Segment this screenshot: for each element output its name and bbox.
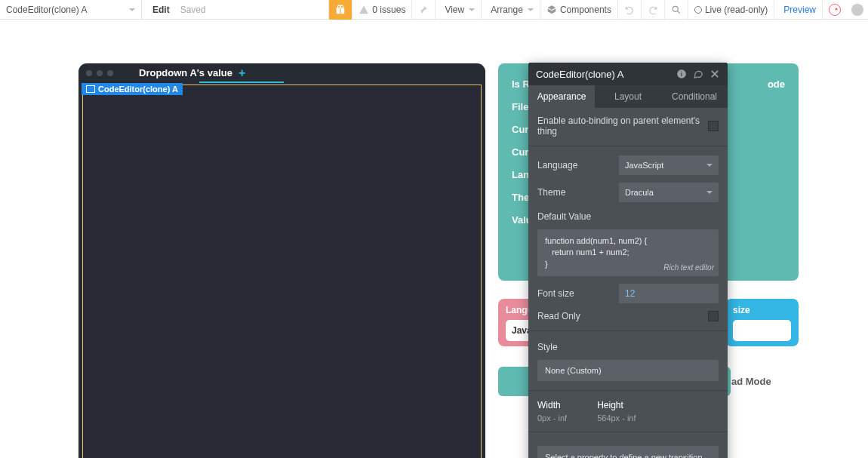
window-bar: Dropdown A's value + [78, 63, 485, 82]
svg-point-4 [340, 5, 343, 8]
canvas: Is Reode File Curs Curs Lang The Valu La… [0, 20, 868, 458]
property-content: Enable auto-binding on parent element's … [528, 108, 728, 458]
tab-conditional[interactable]: Conditional [661, 85, 728, 108]
chevron-down-icon [129, 8, 135, 14]
help-icon[interactable] [822, 0, 847, 20]
mode-label: ad Mode [731, 376, 771, 387]
page-selector[interactable]: CodeEditor(clone) A [0, 0, 142, 20]
language-row: Language JavaScript [537, 155, 719, 175]
saved-label: Saved [180, 5, 206, 15]
editor-window[interactable]: Dropdown A's value + CodeEditor(clone) A [78, 63, 485, 458]
close-icon[interactable] [709, 69, 720, 79]
transition-select[interactable]: Select a property to define a new transi… [537, 446, 719, 458]
language-select[interactable]: JavaScript [619, 155, 719, 175]
info-icon[interactable] [676, 69, 687, 79]
svg-rect-2 [340, 8, 341, 14]
property-titlebar[interactable]: CodeEditor(clone) A [528, 63, 728, 85]
undo-button[interactable] [617, 0, 641, 20]
tab-underline [199, 81, 284, 83]
element-badge[interactable]: CodeEditor(clone) A [82, 83, 183, 95]
property-title: CodeEditor(clone) A [536, 69, 623, 80]
pin-icon[interactable] [411, 0, 435, 20]
readonly-row: Read Only [537, 311, 719, 321]
tab-title[interactable]: Dropdown A's value + [139, 66, 245, 80]
theme-select[interactable]: Dracula [619, 183, 719, 202]
svg-rect-7 [681, 73, 682, 76]
edit-label[interactable]: Edit [152, 5, 170, 15]
preview-button[interactable]: Preview [774, 0, 822, 20]
height-value: 564px - inf [597, 413, 636, 423]
width-value: 0px - inf [537, 413, 567, 423]
issues-label: 0 issues [372, 5, 405, 15]
tab-layout[interactable]: Layout [595, 85, 661, 108]
redo-button[interactable] [641, 0, 664, 20]
style-select[interactable]: None (Custom) [537, 360, 719, 381]
autobind-checkbox[interactable] [708, 121, 719, 131]
default-value-input[interactable]: function add(num1, num2) { return num1 +… [537, 229, 719, 276]
plus-icon[interactable]: + [239, 66, 245, 80]
arrange-menu[interactable]: Arrange [481, 0, 540, 20]
view-menu[interactable]: View [435, 0, 481, 20]
readonly-checkbox[interactable] [708, 311, 719, 321]
gift-icon[interactable] [328, 0, 352, 20]
chevron-down-icon [469, 8, 475, 14]
theme-row: Theme Dracula [537, 183, 719, 202]
svg-point-5 [673, 6, 678, 11]
rich-text-link[interactable]: Rich text editor [663, 263, 714, 273]
fontsize-input[interactable]: 12 [619, 284, 719, 303]
search-button[interactable] [664, 0, 688, 20]
user-avatar[interactable] [851, 4, 863, 16]
chevron-down-icon [706, 191, 713, 197]
globe-icon [694, 6, 702, 14]
property-editor: CodeEditor(clone) A Appearance Layout Co… [528, 63, 728, 458]
editor-body[interactable]: CodeEditor(clone) A [82, 85, 482, 458]
fontsize-row: Font size 12 [537, 284, 719, 303]
size-panel: size [725, 299, 799, 346]
toolbar-right: 0 issues View Arrange Components Live (r… [328, 0, 868, 20]
issues-button[interactable]: 0 issues [352, 0, 411, 20]
components-button[interactable]: Components [540, 0, 617, 20]
svg-rect-8 [681, 72, 682, 72]
live-status[interactable]: Live (read-only) [688, 0, 774, 20]
width-label: Width [537, 400, 567, 410]
size-select[interactable] [733, 320, 791, 341]
comment-icon[interactable] [693, 69, 703, 79]
tab-appearance[interactable]: Appearance [528, 85, 595, 108]
chevron-down-icon [528, 8, 534, 14]
property-tabs: Appearance Layout Conditional [528, 85, 728, 108]
topbar: CodeEditor(clone) A Edit Saved 0 issues … [0, 0, 868, 20]
traffic-lights [86, 70, 113, 76]
page-name: CodeEditor(clone) A [6, 5, 87, 15]
default-value-label: Default Value [537, 211, 719, 222]
style-label: Style [537, 342, 719, 352]
chevron-down-icon [706, 164, 713, 170]
dimensions-row: Width 0px - inf Height 564px - inf [537, 400, 719, 423]
autobind-row: Enable auto-binding on parent element's … [537, 115, 719, 137]
height-label: Height [597, 400, 636, 410]
